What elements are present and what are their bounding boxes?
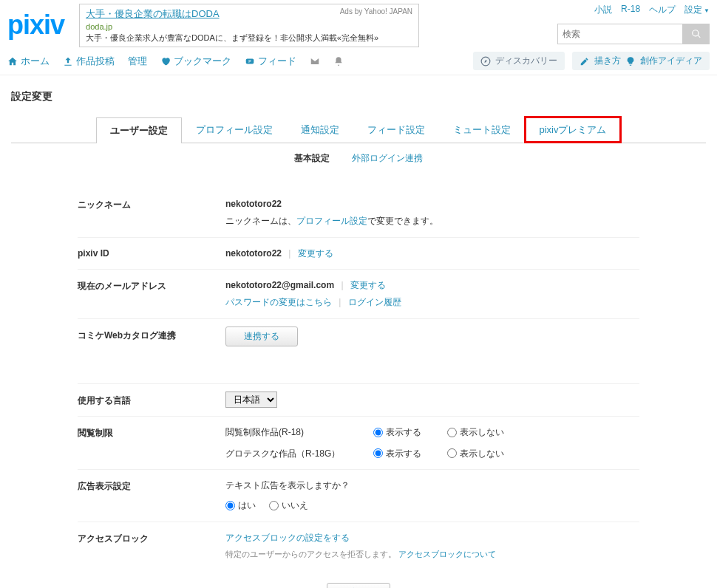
tab-pixiv-premium[interactable]: pixivプレミアム — [525, 117, 620, 143]
label-access-block: アクセスブロック — [78, 530, 225, 562]
tab-user-settings[interactable]: ユーザー設定 — [96, 117, 182, 143]
top-link-r18[interactable]: R-18 — [621, 4, 640, 16]
radio-ads-no[interactable] — [269, 501, 279, 510]
heart-icon — [160, 56, 171, 66]
pencil-icon — [580, 56, 590, 66]
button-comiket-link[interactable]: 連携する — [225, 327, 298, 346]
tab-profile-settings[interactable]: プロフィール設定 — [182, 117, 287, 143]
nav-manage[interactable]: 管理 — [128, 55, 147, 68]
logo[interactable]: pixiv — [7, 10, 64, 41]
chevron-down-icon: ▼ — [704, 7, 710, 14]
label-pixiv-id: pixiv ID — [78, 245, 225, 262]
label-view-restrict: 閲覧制限 — [78, 424, 225, 462]
label-comiket: コミケWebカタログ連携 — [78, 327, 225, 346]
compass-icon — [480, 56, 491, 66]
separator: | — [341, 280, 343, 290]
nav-post[interactable]: 作品投稿 — [63, 55, 115, 68]
radio-r18g-show[interactable] — [373, 448, 383, 458]
page-title: 設定変更 — [11, 90, 706, 103]
search-input[interactable] — [557, 24, 683, 44]
value-pixiv-id: nekototoro22 — [225, 248, 282, 259]
button-submit[interactable]: 変更 — [327, 583, 390, 588]
bulb-icon — [625, 56, 636, 66]
nav-discovery[interactable]: ディスカバリー — [473, 52, 565, 70]
link-login-history[interactable]: ログイン履歴 — [348, 297, 401, 307]
nav-home[interactable]: ホーム — [7, 55, 50, 68]
link-change-pixiv-id[interactable]: 変更する — [298, 248, 333, 259]
label-email: 現在のメールアドレス — [78, 277, 225, 311]
tab-notify-settings[interactable]: 通知設定 — [287, 117, 353, 143]
nickname-note-suffix: で変更できます。 — [367, 216, 438, 226]
label-ads: 広告表示設定 — [78, 477, 225, 514]
link-profile-settings[interactable]: プロフィール設定 — [296, 216, 367, 226]
nav-bell[interactable] — [333, 56, 344, 66]
nav-bookmark[interactable]: ブックマーク — [160, 55, 231, 68]
link-change-password[interactable]: パスワードの変更はこちら — [225, 297, 332, 307]
subtab-basic[interactable]: 基本設定 — [294, 152, 330, 165]
top-link-help[interactable]: ヘルプ — [649, 4, 676, 16]
nickname-note-prefix: ニックネームは、 — [225, 216, 296, 226]
radio-ads-yes[interactable] — [225, 501, 235, 510]
link-about-access-block[interactable]: アクセスブロックについて — [398, 550, 496, 558]
ads-question: テキスト広告を表示しますか？ — [225, 477, 639, 494]
link-change-email[interactable]: 変更する — [350, 280, 386, 290]
ad-desc: 大手・優良企業求人が豊富なDODAに、まず登録を！非公開求人満載«完全無料» — [86, 33, 412, 44]
nav-ideas[interactable]: 創作アイディア — [640, 55, 702, 67]
top-link-novel[interactable]: 小説 — [594, 4, 612, 16]
separator: | — [339, 297, 341, 307]
ad-domain: doda.jp — [86, 22, 412, 31]
top-link-settings[interactable]: 設定▼ — [684, 4, 710, 16]
select-language[interactable]: 日本語 — [225, 392, 277, 408]
home-icon — [7, 56, 18, 66]
label-r18g: グロテスクな作品（R-18G） — [225, 445, 373, 462]
tab-feed-settings[interactable]: フィード設定 — [353, 117, 439, 143]
upload-icon — [63, 56, 73, 66]
radio-r18-hide[interactable] — [447, 428, 457, 437]
subtab-external-login[interactable]: 外部ログイン連携 — [352, 152, 423, 165]
value-email: nekototoro22@gmail.com — [225, 280, 334, 290]
ad-by: Ads by Yahoo! JAPAN — [340, 7, 412, 16]
radio-r18g-hide[interactable] — [447, 448, 457, 458]
link-access-block-settings[interactable]: アクセスブロックの設定をする — [225, 533, 350, 543]
value-nickname: nekototoro22 — [225, 196, 639, 213]
radio-r18-show[interactable] — [373, 428, 383, 437]
label-language: 使用する言語 — [78, 392, 225, 408]
search-icon — [691, 29, 701, 39]
access-block-desc: 特定のユーザーからのアクセスを拒否します。 — [225, 550, 396, 558]
nav-mail[interactable] — [310, 56, 320, 66]
ad-banner[interactable]: 大手・優良企業の転職はDODA doda.jp 大手・優良企業求人が豊富なDOD… — [79, 4, 419, 47]
bell-icon — [333, 56, 344, 66]
separator: | — [288, 248, 290, 259]
feed-icon: P — [245, 56, 255, 66]
nav-how-to-draw[interactable]: 描き方 — [594, 55, 621, 67]
search-button[interactable] — [683, 24, 710, 44]
mail-icon — [310, 56, 320, 66]
label-r18: 閲覧制限作品(R-18) — [225, 424, 373, 441]
nav-feed[interactable]: P フィード — [245, 55, 296, 68]
label-nickname: ニックネーム — [78, 196, 225, 230]
svg-text:P: P — [248, 58, 251, 63]
tab-mute-settings[interactable]: ミュート設定 — [439, 117, 525, 143]
